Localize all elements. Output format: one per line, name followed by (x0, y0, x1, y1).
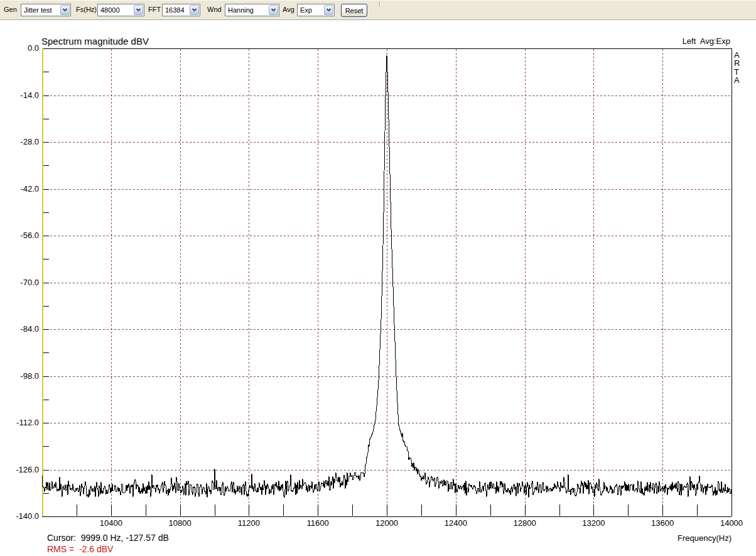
spectrum-plot (0, 0, 756, 556)
x-tick-label: 12800 (503, 519, 547, 528)
x-tick-label: 11200 (227, 519, 271, 528)
x-tick-label: 13600 (640, 519, 684, 528)
y-tick-label: 0.0 (0, 44, 39, 53)
x-tick-label: 10800 (158, 519, 202, 528)
x-tick-label: 14000 (710, 519, 753, 528)
y-tick-label: -98.0 (0, 372, 39, 381)
y-tick-label: -84.0 (0, 325, 39, 334)
x-tick-label: 10400 (89, 519, 133, 528)
y-tick-label: -112.0 (0, 418, 39, 427)
x-tick-label: 12000 (365, 519, 409, 528)
y-tick-label: -126.0 (0, 466, 39, 474)
x-tick-label: 13200 (571, 519, 615, 528)
x-tick-label: 12400 (434, 519, 478, 528)
axis-ticks (43, 72, 698, 516)
y-tick-label: -140.0 (0, 512, 39, 521)
grid-lines (43, 49, 731, 516)
y-tick-label: -56.0 (0, 231, 39, 240)
y-tick-label: -42.0 (0, 185, 39, 194)
y-tick-label: -70.0 (0, 278, 39, 287)
y-tick-label: -28.0 (0, 138, 39, 146)
y-tick-label: -14.0 (0, 91, 39, 100)
x-tick-label: 11600 (296, 519, 340, 528)
